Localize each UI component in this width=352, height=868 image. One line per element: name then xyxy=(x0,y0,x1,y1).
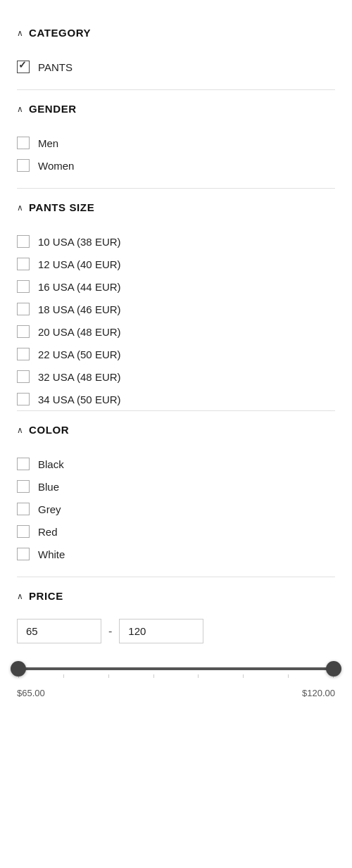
pants-size-label-3: 18 USA (46 EUR) xyxy=(38,303,121,315)
price-min-input[interactable] xyxy=(17,619,101,643)
color-section: ∧ COLOR Black Blue Grey Red White xyxy=(17,411,335,577)
price-section: ∧ PRICE - $6 xyxy=(17,577,335,719)
pants-size-item-3[interactable]: 18 USA (46 EUR) xyxy=(17,298,324,320)
pants-size-section: ∧ PANTS SIZE 10 USA (38 EUR) 12 USA (40 … xyxy=(17,189,335,410)
pants-size-header[interactable]: ∧ PANTS SIZE xyxy=(17,189,335,223)
color-item-grey[interactable]: Grey xyxy=(17,498,335,520)
color-label-red: Red xyxy=(38,526,58,538)
gender-label-women: Women xyxy=(38,160,74,172)
pants-size-chevron-icon: ∧ xyxy=(17,203,23,213)
gender-header[interactable]: ∧ GENDER xyxy=(17,90,335,125)
color-checkbox-white[interactable] xyxy=(17,548,30,560)
pants-size-label-4: 20 USA (48 EUR) xyxy=(38,326,121,338)
pants-size-checkbox-3[interactable] xyxy=(17,303,30,315)
price-max-label: $120.00 xyxy=(302,688,335,698)
gender-section: ∧ GENDER Men Women xyxy=(17,90,335,188)
price-inputs-container: - xyxy=(17,612,335,653)
category-checkbox-pants[interactable] xyxy=(17,61,30,73)
price-labels: $65.00 $120.00 xyxy=(17,688,335,698)
pants-size-item-4[interactable]: 20 USA (48 EUR) xyxy=(17,320,324,343)
color-item-blue[interactable]: Blue xyxy=(17,475,335,498)
color-label-white: White xyxy=(38,548,65,560)
gender-title: GENDER xyxy=(29,103,77,115)
color-label-black: Black xyxy=(38,458,64,470)
pants-size-checkbox-7[interactable] xyxy=(17,393,30,405)
range-thumb-min[interactable] xyxy=(11,661,26,677)
category-label-pants: PANTS xyxy=(38,61,73,73)
pants-size-label-5: 22 USA (50 EUR) xyxy=(38,348,121,360)
price-chevron-icon: ∧ xyxy=(17,591,23,601)
category-header[interactable]: ∧ CATEGORY xyxy=(17,14,335,49)
pants-size-title: PANTS SIZE xyxy=(29,201,94,213)
category-title: CATEGORY xyxy=(29,27,91,39)
color-label-grey: Grey xyxy=(38,503,61,515)
pants-size-label-7: 34 USA (50 EUR) xyxy=(38,394,121,405)
color-header[interactable]: ∧ COLOR xyxy=(17,411,335,446)
gender-item-women[interactable]: Women xyxy=(17,154,335,177)
color-item-white[interactable]: White xyxy=(17,543,335,565)
category-section: ∧ CATEGORY PANTS xyxy=(17,14,335,89)
price-max-input[interactable] xyxy=(119,619,203,643)
color-checkbox-black[interactable] xyxy=(17,458,30,470)
tick-6 xyxy=(243,674,244,678)
color-item-red[interactable]: Red xyxy=(17,520,335,543)
pants-size-item-2[interactable]: 16 USA (44 EUR) xyxy=(17,275,324,298)
tick-2 xyxy=(63,674,64,678)
color-title: COLOR xyxy=(29,424,69,436)
range-thumb-max[interactable] xyxy=(326,661,341,677)
pants-size-checkbox-6[interactable] xyxy=(17,370,30,383)
pants-size-label-1: 12 USA (40 EUR) xyxy=(38,258,121,270)
pants-size-label-6: 32 USA (48 EUR) xyxy=(38,371,121,383)
range-track xyxy=(18,667,334,670)
gender-label-men: Men xyxy=(38,137,58,149)
color-checkbox-grey[interactable] xyxy=(17,503,30,515)
color-item-black[interactable]: Black xyxy=(17,453,335,475)
pants-size-content: 10 USA (38 EUR) 12 USA (40 EUR) 16 USA (… xyxy=(17,223,335,410)
pants-size-label-0: 10 USA (38 EUR) xyxy=(38,236,121,248)
gender-content: Men Women xyxy=(17,125,335,188)
pants-size-item-7[interactable]: 34 USA (50 EUR) xyxy=(17,388,324,410)
category-chevron-icon: ∧ xyxy=(17,28,23,38)
color-label-blue: Blue xyxy=(38,481,59,493)
pants-size-checkbox-4[interactable] xyxy=(17,325,30,338)
pants-size-checkbox-2[interactable] xyxy=(17,280,30,293)
tick-4 xyxy=(153,674,154,678)
category-item-pants[interactable]: PANTS xyxy=(17,56,335,78)
color-content: Black Blue Grey Red White xyxy=(17,446,335,577)
color-checkbox-red[interactable] xyxy=(17,525,30,538)
pants-size-checkbox-0[interactable] xyxy=(17,235,30,248)
pants-size-item-6[interactable]: 32 USA (48 EUR) xyxy=(17,365,324,388)
gender-chevron-icon: ∧ xyxy=(17,104,23,114)
price-separator: - xyxy=(108,625,112,638)
price-min-label: $65.00 xyxy=(17,688,45,698)
color-chevron-icon: ∧ xyxy=(17,425,23,435)
category-content: PANTS xyxy=(17,49,335,89)
price-header[interactable]: ∧ PRICE xyxy=(17,577,335,612)
price-range-slider[interactable]: $65.00 $120.00 xyxy=(17,667,335,719)
pants-size-item-1[interactable]: 12 USA (40 EUR) xyxy=(17,253,324,275)
pants-size-item-5[interactable]: 22 USA (50 EUR) xyxy=(17,343,324,365)
gender-checkbox-women[interactable] xyxy=(17,159,30,172)
range-fill xyxy=(18,667,334,670)
pants-size-label-2: 16 USA (44 EUR) xyxy=(38,281,121,293)
gender-item-men[interactable]: Men xyxy=(17,132,335,154)
gender-checkbox-men[interactable] xyxy=(17,137,30,149)
filter-panel: ∧ CATEGORY PANTS ∧ GENDER Men Women xyxy=(0,0,352,734)
tick-5 xyxy=(198,674,199,678)
price-title: PRICE xyxy=(29,590,63,602)
tick-3 xyxy=(108,674,109,678)
color-checkbox-blue[interactable] xyxy=(17,480,30,493)
range-ticks xyxy=(17,674,335,678)
pants-size-item-0[interactable]: 10 USA (38 EUR) xyxy=(17,230,324,253)
pants-size-checkbox-1[interactable] xyxy=(17,258,30,270)
pants-size-checkbox-5[interactable] xyxy=(17,348,30,360)
tick-7 xyxy=(288,674,289,678)
